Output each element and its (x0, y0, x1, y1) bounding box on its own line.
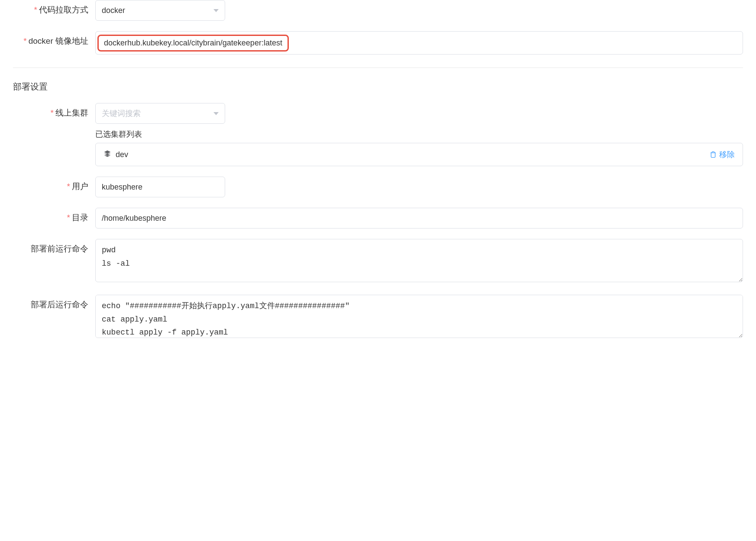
cluster-search-select[interactable]: 关键词搜索 (95, 103, 225, 124)
user-input[interactable] (95, 177, 225, 197)
code-pull-value: docker (102, 6, 125, 15)
docker-image-label: *docker 镜像地址 (13, 31, 95, 47)
cluster-item-content: dev (103, 150, 128, 160)
layers-icon (103, 150, 111, 160)
cluster-list-item: dev 移除 (95, 143, 743, 166)
post-deploy-label-text: 部署后运行命令 (31, 300, 88, 309)
cluster-placeholder: 关键词搜索 (102, 108, 141, 119)
remove-label: 移除 (719, 149, 735, 160)
required-mark: * (34, 5, 37, 14)
pre-deploy-textarea[interactable]: pwd ls -al (95, 239, 743, 282)
pre-deploy-label: 部署前运行命令 (13, 239, 95, 254)
docker-image-highlighted: dockerhub.kubekey.local/citybrain/gateke… (97, 35, 289, 52)
directory-input[interactable] (95, 208, 743, 229)
code-pull-label-text: 代码拉取方式 (39, 5, 88, 14)
user-label: *用户 (13, 177, 95, 192)
cluster-item-name: dev (116, 150, 128, 159)
remove-cluster-button[interactable]: 移除 (710, 149, 735, 160)
docker-image-label-text: docker 镜像地址 (29, 36, 88, 45)
post-deploy-label: 部署后运行命令 (13, 295, 95, 310)
cluster-label: *线上集群 (13, 103, 95, 119)
required-mark: * (67, 213, 70, 222)
user-label-text: 用户 (72, 182, 88, 191)
post-deploy-textarea[interactable]: echo "###########开始执行apply.yaml文件#######… (95, 295, 743, 338)
selected-cluster-label: 已选集群列表 (95, 129, 743, 139)
deploy-section-title: 部署设置 (13, 81, 743, 93)
directory-label-text: 目录 (72, 213, 88, 222)
pre-deploy-label-text: 部署前运行命令 (31, 244, 88, 253)
cluster-label-text: 线上集群 (55, 108, 88, 117)
required-mark: * (23, 36, 26, 45)
directory-label: *目录 (13, 208, 95, 223)
docker-image-input-wrapper[interactable]: dockerhub.kubekey.local/citybrain/gateke… (95, 31, 743, 55)
required-mark: * (67, 182, 70, 191)
trash-icon (710, 151, 717, 158)
code-pull-select[interactable]: docker (95, 0, 225, 21)
required-mark: * (51, 108, 54, 117)
code-pull-label: *代码拉取方式 (13, 0, 95, 16)
section-divider (13, 68, 743, 68)
chevron-down-icon (213, 112, 219, 115)
chevron-down-icon (213, 9, 219, 12)
